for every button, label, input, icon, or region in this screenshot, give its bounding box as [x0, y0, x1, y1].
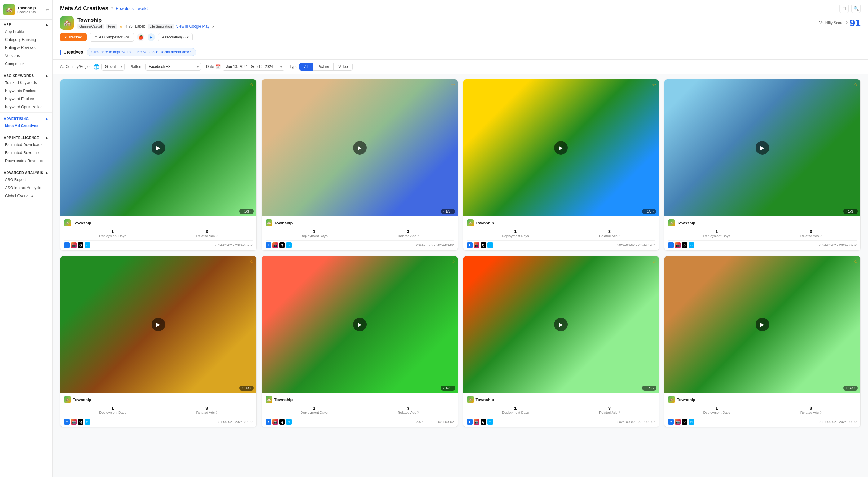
sidebar-item-keywords-ranked[interactable]: Keywords Ranked: [0, 87, 52, 95]
play-btn-5[interactable]: ▶: [152, 318, 165, 331]
sidebar-item-versions[interactable]: Versions: [0, 52, 52, 60]
next-arrow-8[interactable]: ›: [854, 386, 855, 390]
sidebar-section-aso[interactable]: ASO Keywords ▲: [0, 71, 52, 79]
creative-thumb-6[interactable]: ▶ ☆ ‹ 1/3 ›: [262, 256, 458, 393]
sidebar-section-app[interactable]: APP ▲: [0, 20, 52, 28]
improve-effectiveness-btn[interactable]: Click here to improve the effectiveness …: [87, 48, 196, 56]
play-btn-7[interactable]: ▶: [554, 318, 568, 331]
play-btn-1[interactable]: ▶: [152, 141, 165, 155]
date-select[interactable]: Jun 13, 2024 - Sep 10, 2024: [222, 63, 284, 71]
page-help-icon[interactable]: ?: [111, 6, 113, 11]
creative-body-7: 🏘️ Township 1 Deployment Days 3 Related …: [463, 393, 659, 427]
creative-thumb-3[interactable]: ▶ ☆ ‹ 1/3 ›: [463, 79, 659, 216]
creative-thumb-8[interactable]: ▶ ☆ ‹ 1/3 ›: [664, 256, 860, 393]
sidebar-app-header[interactable]: 🏘️ Township Google Play ⇌: [0, 0, 52, 20]
star-fav-5[interactable]: ☆: [249, 259, 254, 264]
sidebar-item-rating-reviews[interactable]: Rating & Reviews: [0, 44, 52, 52]
play-btn-3[interactable]: ▶: [554, 141, 568, 155]
creative-thumb-2[interactable]: ▶ ☆ ‹ 1/3 ›: [262, 79, 458, 216]
play-btn-8[interactable]: ▶: [755, 318, 769, 331]
share-icon-btn[interactable]: ⊡: [839, 4, 849, 13]
sidebar-item-meta-ad-creatives[interactable]: Meta Ad Creatives: [0, 122, 52, 130]
sidebar-item-category-ranking[interactable]: Category Ranking: [0, 36, 52, 44]
next-arrow-6[interactable]: ›: [452, 386, 453, 390]
tracked-button[interactable]: ♥ Tracked: [60, 33, 87, 41]
google-play-icon[interactable]: ▶: [148, 33, 155, 41]
creative-thumb-bg-3: ▶: [463, 79, 659, 216]
association-button[interactable]: Association(2) ▾: [158, 33, 193, 41]
audience-network-icon-1: □: [85, 242, 90, 248]
sidebar-item-downloads-revenue[interactable]: Downloads / Revenue: [0, 157, 52, 165]
sidebar-item-keyword-optimization[interactable]: Keyword Optimization: [0, 103, 52, 111]
platform-select-wrap[interactable]: Facebook +3: [145, 63, 201, 71]
prev-arrow-2[interactable]: ‹: [443, 210, 444, 213]
star-fav-2[interactable]: ☆: [451, 82, 455, 88]
star-fav-3[interactable]: ☆: [652, 82, 656, 88]
sidebar-item-aso-impact[interactable]: ASO Impact Analysis: [0, 184, 52, 192]
prev-arrow-8[interactable]: ‹: [846, 386, 847, 390]
related-label-5: Related Ads ?: [196, 411, 218, 414]
stat-deployment-7: 1 Deployment Days: [502, 406, 529, 414]
deployment-value-8: 1: [704, 406, 731, 411]
next-arrow-5[interactable]: ›: [250, 386, 251, 390]
apple-store-icon[interactable]: 🍎: [137, 33, 145, 41]
sidebar-item-global-overview[interactable]: Global Overview: [0, 192, 52, 200]
sidebar-item-app-profile[interactable]: App Profile: [0, 28, 52, 36]
sidebar-section-app-label: APP: [4, 23, 11, 26]
creatives-tab[interactable]: Creatives: [60, 50, 83, 55]
sidebar-item-estimated-downloads[interactable]: Estimated Downloads: [0, 141, 52, 149]
creative-thumb-5[interactable]: ▶ ☆ ‹ 1/3 ›: [60, 256, 256, 393]
type-btn-all[interactable]: All: [299, 63, 313, 71]
play-btn-4[interactable]: ▶: [755, 141, 769, 155]
sidebar-item-tracked-keywords[interactable]: Tracked Keywords: [0, 79, 52, 87]
sidebar-item-competitor[interactable]: Competitor: [0, 60, 52, 68]
sidebar-item-estimated-revenue[interactable]: Estimated Revenue: [0, 149, 52, 157]
messenger-icon-7: Q: [480, 419, 486, 425]
prev-arrow-6[interactable]: ‹: [443, 386, 444, 390]
deployment-label-3: Deployment Days: [502, 234, 529, 238]
view-in-store-link[interactable]: View in Google Play: [176, 24, 210, 29]
stat-deployment-5: 1 Deployment Days: [99, 406, 126, 414]
prev-arrow-3[interactable]: ‹: [645, 210, 646, 213]
next-arrow-3[interactable]: ›: [653, 210, 654, 213]
type-buttons: All Picture Video: [299, 63, 352, 71]
country-select[interactable]: Global: [101, 63, 125, 71]
star-fav-4[interactable]: ☆: [854, 82, 858, 88]
sidebar-section-app-intelligence[interactable]: App Intelligence ▲: [0, 133, 52, 141]
creative-thumb-1[interactable]: ▶ ☆ ‹ 1/3 ›: [60, 79, 256, 216]
next-arrow-4[interactable]: ›: [854, 210, 855, 213]
sidebar-item-aso-report[interactable]: ASO Report: [0, 176, 52, 184]
creative-app-name-8: Township: [677, 397, 695, 402]
prev-arrow-5[interactable]: ‹: [242, 386, 243, 390]
next-arrow-7[interactable]: ›: [653, 386, 654, 390]
search-icon-btn[interactable]: 🔍: [851, 4, 861, 13]
date-select-wrap[interactable]: Jun 13, 2024 - Sep 10, 2024: [222, 63, 284, 71]
deployment-label-2: Deployment Days: [301, 234, 328, 238]
play-btn-2[interactable]: ▶: [353, 141, 367, 155]
creatives-scroll[interactable]: ▶ ☆ ‹ 1/3 › 🏘️ Township: [53, 74, 868, 477]
sidebar-item-keyword-explore[interactable]: Keyword Explore: [0, 95, 52, 103]
play-btn-6[interactable]: ▶: [353, 318, 367, 331]
next-arrow-1[interactable]: ›: [250, 210, 251, 213]
star-fav-6[interactable]: ☆: [451, 259, 455, 264]
messenger-icon-2: Q: [279, 242, 285, 248]
creative-thumb-7[interactable]: ▶ ☆ ‹ 1/3 ›: [463, 256, 659, 393]
type-btn-picture[interactable]: Picture: [313, 63, 334, 71]
star-fav-8[interactable]: ☆: [854, 259, 858, 264]
how-does-it-work-link[interactable]: How does it work?: [116, 6, 149, 11]
prev-arrow-4[interactable]: ‹: [846, 210, 847, 213]
sidebar-section-advertising[interactable]: Advertising ▲: [0, 114, 52, 122]
sidebar-section-advanced[interactable]: Advanced Analysis ▲: [0, 168, 52, 176]
star-fav-7[interactable]: ☆: [652, 259, 656, 264]
visibility-help-icon[interactable]: ?: [845, 21, 848, 25]
competitor-for-button[interactable]: ⊙ As Competitor For: [90, 33, 134, 41]
sidebar-filter-icon[interactable]: ⇌: [45, 7, 49, 12]
prev-arrow-7[interactable]: ‹: [645, 386, 646, 390]
type-btn-video[interactable]: Video: [334, 63, 352, 71]
star-fav-1[interactable]: ☆: [249, 82, 254, 88]
creative-thumb-4[interactable]: ▶ ☆ ‹ 1/3 ›: [664, 79, 860, 216]
platform-select[interactable]: Facebook +3: [145, 63, 201, 71]
next-arrow-2[interactable]: ›: [452, 210, 453, 213]
prev-arrow-1[interactable]: ‹: [242, 210, 243, 213]
country-select-wrap[interactable]: Global: [101, 63, 125, 71]
